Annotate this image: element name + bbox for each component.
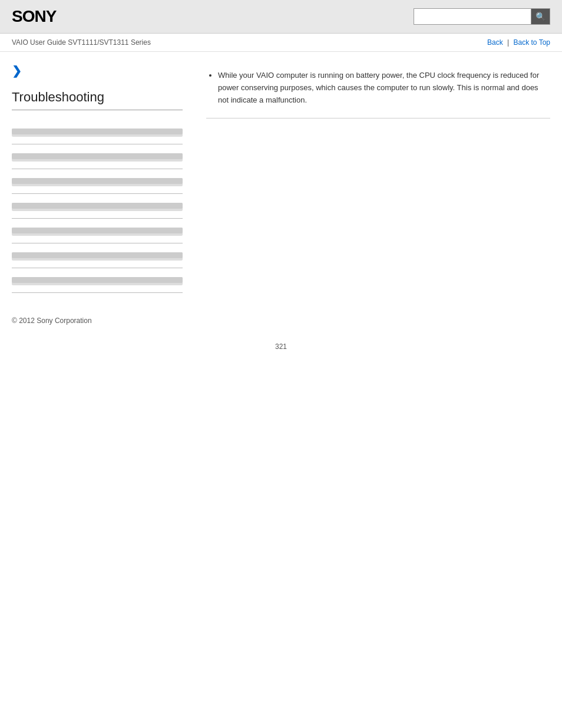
sidebar: ❯ Troubleshooting <box>12 64 194 293</box>
page-number: 321 <box>0 331 562 363</box>
sidebar-link-7[interactable] <box>12 277 183 285</box>
search-input[interactable] <box>414 8 531 25</box>
content-list: While your VAIO computer is running on b… <box>206 70 550 106</box>
list-item <box>12 194 183 219</box>
sidebar-links-list <box>12 120 183 293</box>
search-button[interactable]: 🔍 <box>531 8 550 25</box>
sidebar-link-5[interactable] <box>12 228 183 236</box>
search-icon: 🔍 <box>535 12 546 21</box>
sidebar-link-3[interactable] <box>12 178 183 186</box>
content-divider <box>206 118 550 118</box>
content-area: While your VAIO computer is running on b… <box>194 64 550 293</box>
back-to-top-link[interactable]: Back to Top <box>514 38 550 47</box>
footer-copyright: © 2012 Sony Corporation <box>0 305 562 331</box>
content-bullet: While your VAIO computer is running on b… <box>218 70 550 106</box>
list-item <box>12 219 183 243</box>
list-item <box>12 268 183 293</box>
list-item <box>12 144 183 169</box>
copyright-text: © 2012 Sony Corporation <box>12 317 92 325</box>
list-item <box>12 120 183 144</box>
breadcrumb: VAIO User Guide SVT1111/SVT1311 Series <box>12 38 151 47</box>
back-link[interactable]: Back <box>487 38 503 47</box>
nav-bar: VAIO User Guide SVT1111/SVT1311 Series B… <box>0 34 562 52</box>
search-container: 🔍 <box>414 8 550 25</box>
nav-separator: | <box>507 38 509 47</box>
sidebar-link-6[interactable] <box>12 252 183 261</box>
chevron-right-icon: ❯ <box>12 64 183 78</box>
list-item <box>12 243 183 268</box>
nav-links: Back | Back to Top <box>487 38 550 47</box>
list-item <box>12 169 183 194</box>
section-title: Troubleshooting <box>12 90 183 110</box>
sidebar-link-1[interactable] <box>12 129 183 137</box>
sony-logo: SONY <box>12 7 56 26</box>
sidebar-link-2[interactable] <box>12 153 183 162</box>
sidebar-link-4[interactable] <box>12 203 183 211</box>
page-header: SONY 🔍 <box>0 0 562 34</box>
main-content: ❯ Troubleshooting <box>0 52 562 305</box>
